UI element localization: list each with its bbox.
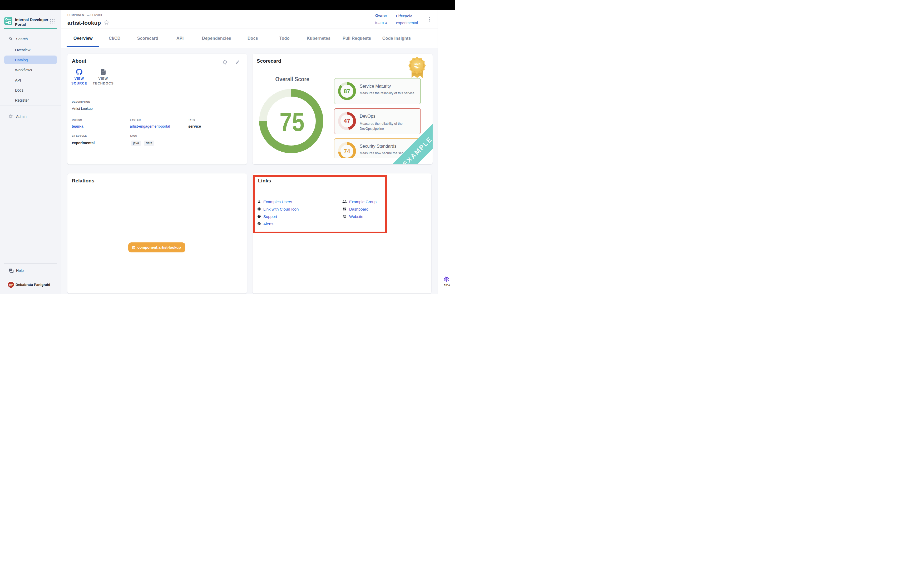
svg-text:?: ? xyxy=(10,268,11,271)
svg-text:Tier: Tier xyxy=(414,66,420,69)
svg-text:Gold: Gold xyxy=(414,62,420,66)
